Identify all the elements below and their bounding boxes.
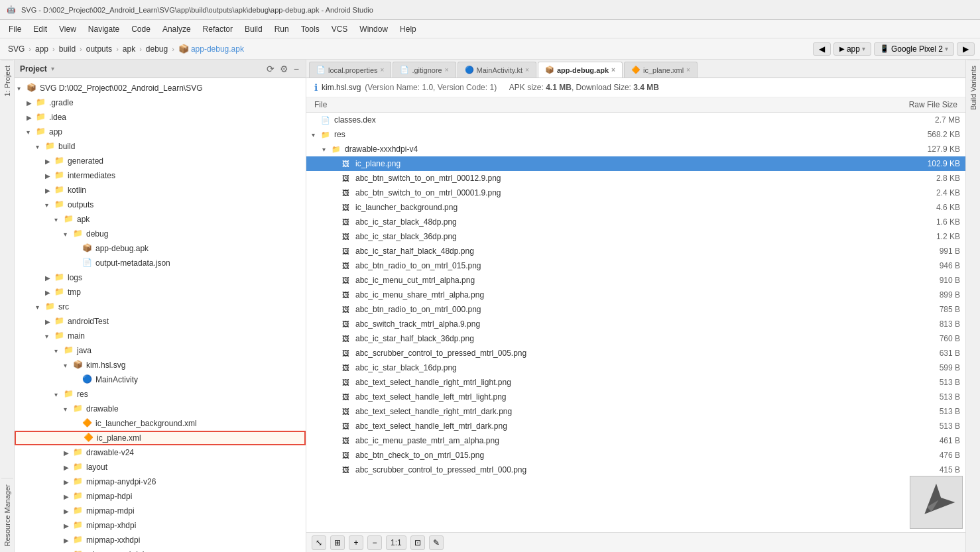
file-row-abc_btn_check_to_on_mtrl_015.png[interactable]: 🖼 abc_btn_check_to_on_mtrl_015.png 476 B (306, 448, 965, 463)
tree-item-outputs[interactable]: ▾ 📁 outputs (15, 197, 306, 212)
menu-window[interactable]: Window (354, 23, 393, 36)
file-row-abc_ic_star_black_48dp.png[interactable]: 🖼 abc_ic_star_black_48dp.png 1.6 KB (306, 215, 965, 229)
expand-btn[interactable]: ⤡ (312, 535, 326, 550)
file-row-abc_text_select_handle_right_mtrl_dark.png[interactable]: 🖼 abc_text_select_handle_right_mtrl_dark… (306, 404, 965, 419)
zoom-in-btn[interactable]: + (349, 535, 363, 550)
file-row-abc_ic_menu_share_mtrl_alpha.png[interactable]: 🖼 abc_ic_menu_share_mtrl_alpha.png 899 B (306, 288, 965, 302)
file-row-drawable-xxxhdpi-v4[interactable]: ▾ 📁 drawable-xxxhdpi-v4 127.9 KB (306, 142, 965, 156)
file-row-ic_plane.png[interactable]: 🖼 ic_plane.png 102.9 KB (306, 156, 965, 171)
file-row-abc_scrubber_control_to_pressed_mtrl_000.png[interactable]: 🖼 abc_scrubber_control_to_pressed_mtrl_0… (306, 463, 965, 477)
minimize-icon[interactable]: − (292, 64, 300, 74)
file-row-abc_btn_radio_to_on_mtrl_015.png[interactable]: 🖼 abc_btn_radio_to_on_mtrl_015.png 946 B (306, 258, 965, 273)
tab-close-local.properties[interactable]: × (381, 66, 385, 74)
file-row-abc_ic_star_half_black_48dp.png[interactable]: 🖼 abc_ic_star_half_black_48dp.png 991 B (306, 244, 965, 258)
grid-btn[interactable]: ⊞ (330, 535, 345, 550)
tree-item-intermediates[interactable]: ▶ 📁 intermediates (15, 168, 306, 183)
sync-icon[interactable]: ⟳ (265, 64, 276, 74)
menu-code[interactable]: Code (126, 23, 156, 36)
forward-button[interactable]: ▶ (957, 42, 975, 56)
tree-item-kim.hsl.svg[interactable]: ▾ 📦 kim.hsl.svg (15, 358, 306, 372)
tree-item-debug[interactable]: ▾ 📁 debug (15, 227, 306, 241)
tree-item-ic_plane.xml[interactable]: 🔶 ic_plane.xml (15, 431, 306, 445)
tab-close-.gitignore[interactable]: × (445, 66, 449, 74)
tab-.gitignore[interactable]: 📄.gitignore× (393, 62, 456, 78)
build-variants-tab[interactable]: Build Variants (967, 60, 979, 115)
tree-item-tmp[interactable]: ▶ 📁 tmp (15, 285, 306, 300)
tree-item-MainActivity[interactable]: 🔵 MainActivity (15, 372, 306, 387)
file-row-abc_scrubber_control_to_pressed_mtrl_005.png[interactable]: 🖼 abc_scrubber_control_to_pressed_mtrl_0… (306, 346, 965, 360)
menu-help[interactable]: Help (395, 23, 422, 36)
menu-navigate[interactable]: Navigate (83, 23, 125, 36)
file-row-abc_switch_track_mtrl_alpha.9.png[interactable]: 🖼 abc_switch_track_mtrl_alpha.9.png 813 … (306, 317, 965, 331)
tree-item-java[interactable]: ▾ 📁 java (15, 343, 306, 358)
tree-item-res[interactable]: ▾ 📁 res (15, 387, 306, 402)
tree-item-mipmap-hdpi[interactable]: ▶ 📁 mipmap-hdpi (15, 489, 306, 504)
file-row-ic_launcher_background.png[interactable]: 🖼 ic_launcher_background.png 4.6 KB (306, 200, 965, 215)
menu-refactor[interactable]: Refactor (198, 23, 238, 36)
resource-manager-tab[interactable]: Resource Manager (1, 478, 13, 552)
menu-tools[interactable]: Tools (296, 23, 325, 36)
file-row-abc_btn_radio_to_on_mtrl_000.png[interactable]: 🖼 abc_btn_radio_to_on_mtrl_000.png 785 B (306, 302, 965, 317)
tree-item-mipmap-xhdpi[interactable]: ▶ 📁 mipmap-xhdpi (15, 518, 306, 533)
menu-view[interactable]: View (54, 23, 82, 36)
menu-run[interactable]: Run (269, 23, 294, 36)
run-config-button[interactable]: ▶ app ▾ (833, 42, 871, 56)
file-row-abc_btn_switch_to_on_mtrl_00012.9.png[interactable]: 🖼 abc_btn_switch_to_on_mtrl_00012.9.png … (306, 171, 965, 186)
tree-item-src[interactable]: ▾ 📁 src (15, 300, 306, 314)
tree-item-apk[interactable]: ▾ 📁 apk (15, 212, 306, 227)
menu-build[interactable]: Build (239, 23, 268, 36)
breadcrumb-svg[interactable]: SVG (5, 43, 27, 55)
tree-item-app-debug.apk[interactable]: 📦 app-debug.apk (15, 241, 306, 256)
file-row-abc_text_select_handle_right_mtrl_light.png[interactable]: 🖼 abc_text_select_handle_right_mtrl_ligh… (306, 375, 965, 390)
menu-vcs[interactable]: VCS (326, 23, 353, 36)
tree-item-mipmap-anydpi-v26[interactable]: ▶ 📁 mipmap-anydpi-v26 (15, 474, 306, 489)
menu-file[interactable]: File (3, 23, 27, 36)
tree-item-generated[interactable]: ▶ 📁 generated (15, 154, 306, 168)
breadcrumb-app[interactable]: app (32, 43, 51, 55)
tab-local.properties[interactable]: 📄local.properties× (309, 62, 391, 78)
tree-item-idea[interactable]: ▶ 📁 .idea (15, 110, 306, 125)
breadcrumb-outputs[interactable]: outputs (84, 43, 115, 55)
tree-item-app[interactable]: ▾ 📁 app (15, 125, 306, 139)
tree-item-drawable[interactable]: ▾ 📁 drawable (15, 402, 306, 416)
file-row-abc_ic_star_half_black_36dp.png[interactable]: 🖼 abc_ic_star_half_black_36dp.png 760 B (306, 331, 965, 346)
tree-item-logs[interactable]: ▶ 📁 logs (15, 270, 306, 285)
tab-close-app-debug.apk[interactable]: × (611, 66, 615, 74)
tree-item-build[interactable]: ▾ 📁 build (15, 139, 306, 154)
edit-btn[interactable]: ✎ (429, 535, 444, 550)
file-row-abc_text_select_handle_left_mtrl_dark.png[interactable]: 🖼 abc_text_select_handle_left_mtrl_dark.… (306, 419, 965, 433)
breadcrumb-apk-file[interactable]: 📦app-debug.apk (176, 42, 247, 55)
tree-item-gradle[interactable]: ▶ 📁 .gradle (15, 95, 306, 110)
file-row-abc_text_select_handle_left_mtrl_light.png[interactable]: 🖼 abc_text_select_handle_left_mtrl_light… (306, 390, 965, 404)
file-row-res-folder[interactable]: ▾ 📁 res 568.2 KB (306, 127, 965, 142)
tab-close-ic_plane.xml[interactable]: × (686, 66, 690, 74)
tree-item-layout[interactable]: ▶ 📁 layout (15, 460, 306, 474)
tree-item-mipmap-mdpi[interactable]: ▶ 📁 mipmap-mdpi (15, 504, 306, 518)
back-button[interactable]: ◀ (813, 42, 831, 56)
tab-app-debug.apk[interactable]: 📦app-debug.apk× (538, 62, 623, 78)
tab-close-MainActivity.kt[interactable]: × (525, 66, 529, 74)
breadcrumb-build[interactable]: build (56, 43, 78, 55)
project-dropdown[interactable]: ▾ (51, 65, 54, 72)
tree-item-main[interactable]: ▾ 📁 main (15, 329, 306, 343)
menu-edit[interactable]: Edit (28, 23, 52, 36)
tree-item-kotlin[interactable]: ▶ 📁 kotlin (15, 183, 306, 197)
device-button[interactable]: 📱 Google Pixel 2 ▾ (874, 42, 954, 56)
tree-item-mipmap-xxxhdpi[interactable]: ▶ 📁 mipmap-xxxhdpi (15, 547, 306, 552)
breadcrumb-apk[interactable]: apk (120, 43, 138, 55)
tree-item-ic_launcher_background.xml[interactable]: 🔶 ic_launcher_background.xml (15, 416, 306, 431)
menu-analyze[interactable]: Analyze (157, 23, 196, 36)
file-row-abc_ic_star_black_16dp.png[interactable]: 🖼 abc_ic_star_black_16dp.png 599 B (306, 360, 965, 375)
breadcrumb-debug[interactable]: debug (143, 43, 170, 55)
file-row-abc_ic_star_black_36dp.png[interactable]: 🖼 abc_ic_star_black_36dp.png 1.2 KB (306, 229, 965, 244)
file-row-abc_btn_switch_to_on_mtrl_00001.9.png[interactable]: 🖼 abc_btn_switch_to_on_mtrl_00001.9.png … (306, 186, 965, 200)
tree-item-mipmap-xxhdpi[interactable]: ▶ 📁 mipmap-xxhdpi (15, 533, 306, 547)
zoom-out-btn[interactable]: − (367, 535, 382, 550)
file-row-classes.dex[interactable]: 📄 classes.dex 2.7 MB (306, 113, 965, 127)
tree-item-svg-root[interactable]: ▾ 📦 SVG D:\002_Project\002_Android_Learn… (15, 81, 306, 95)
file-row-abc_ic_menu_paste_mtrl_am_alpha.png[interactable]: 🖼 abc_ic_menu_paste_mtrl_am_alpha.png 46… (306, 433, 965, 448)
fit-btn[interactable]: ⊡ (410, 535, 425, 550)
tree-item-androidTest[interactable]: ▶ 📁 androidTest (15, 314, 306, 329)
cog-icon[interactable]: ⚙ (278, 64, 290, 74)
tab-ic_plane.xml[interactable]: 🔶ic_plane.xml× (624, 62, 698, 78)
